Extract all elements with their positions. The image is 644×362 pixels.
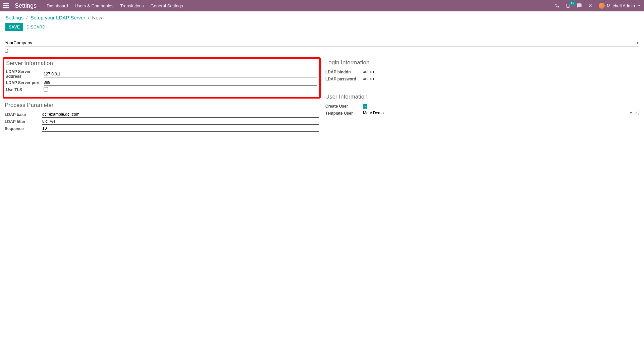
- user-name: Mitchell Admin: [607, 3, 635, 8]
- sequence-label: Sequence: [5, 126, 42, 131]
- chevron-down-icon[interactable]: ▼: [636, 41, 639, 45]
- menu-dashboard[interactable]: Dashboard: [47, 3, 68, 8]
- breadcrumb-setup-ldap[interactable]: Setup your LDAP Server: [30, 15, 85, 20]
- menu-translations[interactable]: Translations: [120, 3, 144, 8]
- user-info-title: User Information: [325, 94, 639, 100]
- sequence-row: Sequence: [5, 125, 319, 132]
- login-info-title: Login Information: [325, 59, 639, 66]
- menu-general-settings[interactable]: General Settings: [151, 3, 183, 8]
- left-column: Server Information LDAP Server address L…: [5, 59, 319, 132]
- control-bar: Settings / Setup your LDAP Server / New …: [0, 11, 644, 34]
- user-avatar-icon: [599, 3, 605, 9]
- server-info-highlight: Server Information LDAP Server address L…: [3, 57, 321, 99]
- close-icon[interactable]: [588, 3, 593, 8]
- ldap-binddn-row: LDAP binddn: [325, 69, 639, 75]
- navbar-right: 12 Mitchell Admin ▼: [555, 3, 641, 9]
- breadcrumb-settings[interactable]: Settings: [5, 15, 23, 20]
- breadcrumb-separator: /: [88, 15, 89, 20]
- external-link-icon[interactable]: [5, 49, 9, 53]
- sequence-input[interactable]: [42, 126, 319, 131]
- chevron-down-icon: ▼: [638, 4, 641, 7]
- ldap-server-port-row: LDAP Server port: [6, 79, 317, 86]
- conversations-icon[interactable]: [577, 3, 582, 8]
- create-user-checkbox[interactable]: ✓: [363, 104, 367, 109]
- save-button[interactable]: SAVE: [5, 23, 23, 31]
- use-tls-label: Use TLS: [6, 87, 44, 92]
- activity-badge: 12: [569, 1, 576, 5]
- top-navbar: Settings Dashboard Users & Companies Tra…: [0, 0, 644, 11]
- template-user-input[interactable]: [363, 111, 628, 115]
- form-sheet: ▼ Server Information LDAP Server address…: [0, 34, 644, 139]
- create-user-row: Create User ✓: [325, 103, 639, 109]
- create-user-label: Create User: [325, 104, 363, 109]
- activity-icon[interactable]: 12: [566, 3, 571, 8]
- ldap-server-port-input[interactable]: [44, 80, 317, 85]
- template-user-label: Template User: [325, 111, 363, 116]
- apps-icon[interactable]: [3, 3, 9, 8]
- breadcrumb: Settings / Setup your LDAP Server / New: [5, 15, 639, 20]
- form-columns: Server Information LDAP Server address L…: [5, 59, 639, 132]
- template-user-row: Template User ▼: [325, 110, 639, 116]
- ldap-password-row: LDAP password: [325, 76, 639, 82]
- ldap-filter-input[interactable]: [42, 119, 319, 124]
- breadcrumb-current: New: [92, 15, 102, 20]
- ldap-binddn-input[interactable]: [363, 69, 639, 74]
- external-link-icon[interactable]: [635, 111, 639, 115]
- ldap-filter-label: LDAP filter: [5, 119, 42, 124]
- ldap-server-address-label: LDAP Server address: [6, 69, 44, 79]
- process-param-title: Process Parameter: [5, 102, 319, 109]
- ldap-password-input[interactable]: [363, 76, 639, 81]
- use-tls-row: Use TLS: [6, 86, 317, 93]
- server-info-title: Server Information: [6, 60, 317, 67]
- ldap-password-label: LDAP password: [325, 77, 363, 81]
- ldap-base-input[interactable]: [42, 112, 319, 117]
- ldap-filter-row: LDAP filter: [5, 118, 319, 125]
- phone-icon[interactable]: [555, 3, 559, 8]
- company-field[interactable]: ▼: [5, 39, 639, 47]
- ldap-server-address-input[interactable]: [44, 72, 317, 76]
- ldap-server-address-row: LDAP Server address: [6, 69, 317, 79]
- discard-button[interactable]: DISCARD: [26, 25, 45, 29]
- action-buttons: SAVE DISCARD: [5, 23, 639, 31]
- navbar-menu: Dashboard Users & Companies Translations…: [47, 3, 555, 8]
- ldap-base-row: LDAP base: [5, 111, 319, 118]
- right-column: Login Information LDAP binddn LDAP passw…: [325, 59, 639, 132]
- ldap-server-port-label: LDAP Server port: [6, 80, 44, 85]
- use-tls-checkbox[interactable]: [44, 87, 48, 92]
- app-title: Settings: [15, 2, 37, 9]
- company-input[interactable]: [5, 40, 635, 46]
- ldap-binddn-label: LDAP binddn: [325, 70, 363, 74]
- chevron-down-icon[interactable]: ▼: [630, 111, 633, 115]
- menu-users-companies[interactable]: Users & Companies: [75, 3, 114, 8]
- ldap-base-label: LDAP base: [5, 112, 42, 117]
- user-menu[interactable]: Mitchell Admin ▼: [599, 3, 641, 9]
- breadcrumb-separator: /: [26, 15, 28, 20]
